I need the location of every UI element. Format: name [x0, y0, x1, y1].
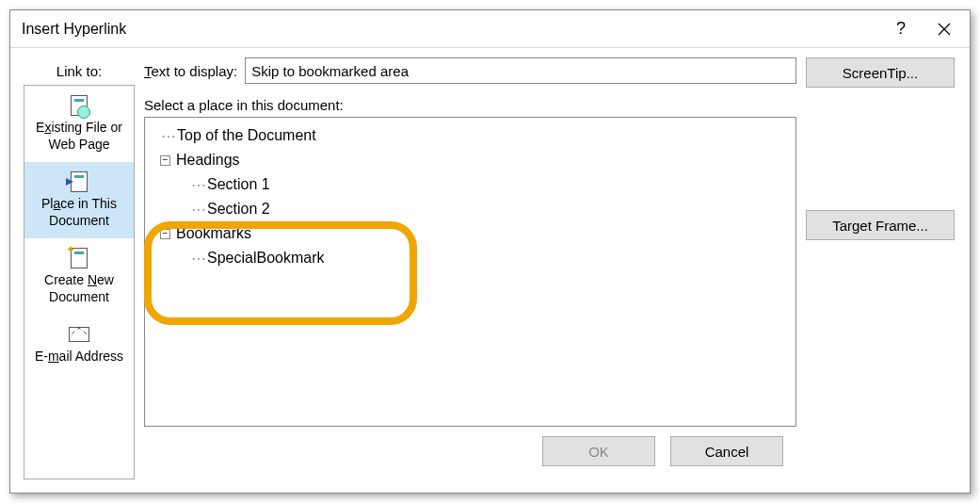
center-panel: Text to display: Select a place in this … — [144, 57, 796, 479]
close-button[interactable] — [923, 11, 966, 47]
tree-connector-icon: ⋯ — [190, 201, 207, 219]
tree-item-section-1[interactable]: ⋯ Section 1 — [149, 172, 792, 197]
tree-item-headings[interactable]: − Headings — [149, 148, 792, 172]
link-to-list: Existing File or Web Page Place in This … — [24, 85, 135, 479]
place-in-doc-icon — [67, 170, 91, 194]
tree-collapse-icon[interactable]: − — [160, 229, 170, 239]
link-to-item-label: Existing File or Web Page — [36, 120, 122, 153]
ok-button[interactable]: OK — [542, 436, 655, 466]
target-frame-button[interactable]: Target Frame... — [806, 210, 955, 240]
existing-file-icon — [67, 93, 91, 118]
link-to-email-address[interactable]: E-mail Address — [24, 315, 134, 375]
link-to-panel: Link to: Existing File or Web Page — [24, 57, 135, 479]
help-button[interactable]: ? — [879, 11, 923, 47]
insert-hyperlink-dialog: Insert Hyperlink ? Link to: Existing Fil… — [9, 9, 971, 494]
link-to-item-label: Place in This Document — [41, 196, 117, 229]
tree-connector-icon: ⋯ — [190, 250, 207, 268]
link-to-item-label: E-mail Address — [35, 349, 123, 365]
right-button-panel: ScreenTip... Target Frame... — [806, 57, 956, 479]
tree-item-section-2[interactable]: ⋯ Section 2 — [149, 197, 792, 221]
dialog-title: Insert Hyperlink — [22, 21, 879, 38]
close-icon — [938, 23, 951, 36]
cancel-button[interactable]: Cancel — [670, 436, 783, 466]
link-to-place-in-document[interactable]: Place in This Document — [24, 162, 134, 238]
screen-tip-button[interactable]: ScreenTip... — [806, 57, 955, 88]
help-icon: ? — [896, 19, 906, 39]
text-to-display-input[interactable] — [245, 57, 796, 84]
tree-item-top[interactable]: ⋯ Top of the Document — [149, 123, 792, 148]
titlebar: Insert Hyperlink ? — [10, 10, 970, 48]
email-icon — [67, 322, 91, 347]
tree-collapse-icon[interactable]: − — [160, 155, 170, 166]
create-new-icon: ✦ — [67, 246, 91, 270]
link-to-item-label: Create New Document — [44, 272, 114, 305]
dialog-button-row: OK Cancel — [144, 427, 796, 479]
tree-connector-icon: ⋯ — [190, 176, 207, 194]
tree-connector-icon: ⋯ — [160, 127, 177, 145]
link-to-label: Link to: — [56, 57, 102, 85]
text-to-display-label: Text to display: — [144, 63, 237, 79]
tree-item-bookmarks[interactable]: − Bookmarks — [149, 221, 792, 246]
link-to-create-new[interactable]: ✦ Create New Document — [24, 238, 134, 315]
select-place-label: Select a place in this document: — [144, 97, 796, 113]
document-place-tree[interactable]: ⋯ Top of the Document − Headings ⋯ Secti… — [144, 117, 796, 427]
link-to-existing-file[interactable]: Existing File or Web Page — [24, 86, 134, 162]
tree-item-specialbookmark[interactable]: ⋯ SpecialBookmark — [149, 246, 792, 270]
